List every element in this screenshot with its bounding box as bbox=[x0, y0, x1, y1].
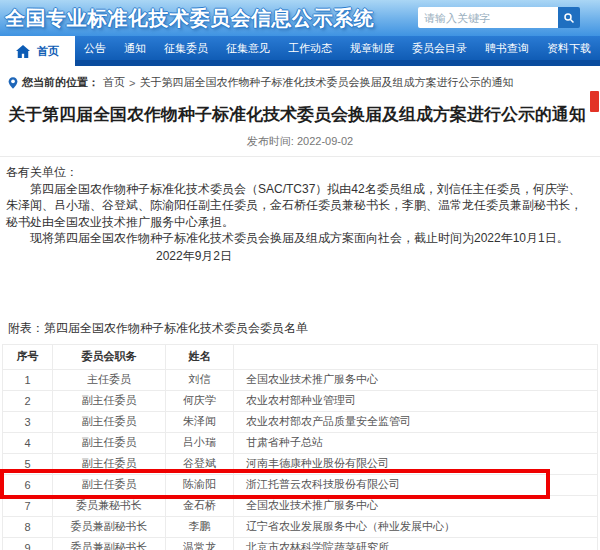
cell-org: 全国农业技术推广服务中心 bbox=[234, 495, 598, 516]
nav-item-announcements[interactable]: 公告 bbox=[75, 36, 115, 60]
site-title: 全国专业标准化技术委员会信息公示系统 bbox=[5, 5, 374, 32]
nav-item-certificate-query[interactable]: 聘书查询 bbox=[476, 36, 538, 60]
table-header-cell bbox=[234, 344, 598, 369]
cell-no: 4 bbox=[3, 432, 53, 453]
paragraph-1: 第四届全国农作物种子标准化技术委员会（SAC/TC37）拟由42名委员组成，刘信… bbox=[6, 181, 590, 231]
main-nav: 首页公告通知征集委员征集意见工作动态规章制度委员会目录聘书查询资料下载 bbox=[0, 36, 600, 66]
nav-item-notices[interactable]: 通知 bbox=[115, 36, 155, 60]
nav-item-label: 首页 bbox=[37, 39, 59, 63]
breadcrumb-label: 您当前的位置： bbox=[22, 75, 99, 90]
cell-org: 河南丰德康种业股份有限公司 bbox=[234, 453, 598, 474]
cell-no: 3 bbox=[3, 411, 53, 432]
table-row: 6副主任委员陈渝阳浙江托普云农科技股份有限公司 bbox=[3, 474, 598, 495]
cell-title: 委员兼副秘书长 bbox=[53, 537, 166, 550]
cell-org: 全国农业技术推广服务中心 bbox=[234, 369, 598, 390]
home-icon bbox=[16, 45, 30, 58]
search-button[interactable] bbox=[558, 7, 580, 28]
cell-name: 金石桥 bbox=[166, 495, 234, 516]
nav-item-label: 征集意见 bbox=[226, 36, 270, 60]
table-row: 8委员兼副秘书长李鹏辽宁省农业发展服务中心（种业发展中心） bbox=[3, 516, 598, 537]
scrollbar-thumb[interactable] bbox=[590, 91, 599, 112]
search-input[interactable] bbox=[418, 7, 558, 28]
cell-title: 主任委员 bbox=[53, 369, 166, 390]
table-row: 1主任委员刘信全国农业技术推广服务中心 bbox=[3, 369, 598, 390]
greeting-line: 各有关单位： bbox=[6, 164, 590, 181]
nav-item-work-news[interactable]: 工作动态 bbox=[279, 36, 341, 60]
cell-name: 温常龙 bbox=[166, 537, 234, 550]
cell-name: 陈渝阳 bbox=[166, 474, 234, 495]
cell-org: 辽宁省农业发展服务中心（种业发展中心） bbox=[234, 516, 598, 537]
cell-no: 2 bbox=[3, 390, 53, 411]
breadcrumb-current: 关于第四届全国农作物种子标准化技术委员会换届及组成方案进行公示的通知 bbox=[139, 75, 513, 90]
cell-no: 6 bbox=[3, 474, 53, 495]
cell-no: 7 bbox=[3, 495, 53, 516]
cell-title: 副主任委员 bbox=[53, 432, 166, 453]
nav-item-solicit-opinions[interactable]: 征集意见 bbox=[217, 36, 279, 60]
paragraph-2: 现将第四届全国农作物种子标准化技术委员会换届及组成方案面向社会，截止时间为202… bbox=[6, 230, 590, 247]
nav-item-regulations[interactable]: 规章制度 bbox=[341, 36, 403, 60]
cell-name: 李鹏 bbox=[166, 516, 234, 537]
nav-item-label: 通知 bbox=[124, 36, 146, 60]
nav-item-label: 委员会目录 bbox=[412, 36, 467, 60]
cell-name: 何庆学 bbox=[166, 390, 234, 411]
table-row: 3副主任委员朱泽闻农业农村部农产品质量安全监管司 bbox=[3, 411, 598, 432]
table-row: 9委员兼副秘书长温常龙北京市农林科学院蔬菜研究所 bbox=[3, 537, 598, 550]
cell-no: 8 bbox=[3, 516, 53, 537]
article-body: 各有关单位： 第四届全国农作物种子标准化技术委员会（SAC/TC37）拟由42名… bbox=[0, 157, 600, 337]
cell-name: 吕小瑞 bbox=[166, 432, 234, 453]
search-icon bbox=[563, 12, 575, 24]
breadcrumb-separator: > bbox=[129, 77, 135, 89]
table-header-cell: 委员会职务 bbox=[53, 344, 166, 369]
cell-org: 浙江托普云农科技股份有限公司 bbox=[234, 474, 598, 495]
nav-item-label: 征集委员 bbox=[164, 36, 208, 60]
nav-item-label: 聘书查询 bbox=[485, 36, 529, 60]
site-banner: 全国专业标准化技术委员会信息公示系统 bbox=[0, 0, 600, 36]
cell-name: 谷登斌 bbox=[166, 453, 234, 474]
cell-title: 委员兼秘书长 bbox=[53, 495, 166, 516]
cell-no: 5 bbox=[3, 453, 53, 474]
table-row: 5副主任委员谷登斌河南丰德康种业股份有限公司 bbox=[3, 453, 598, 474]
cell-title: 副主任委员 bbox=[53, 453, 166, 474]
breadcrumb: 您当前的位置： 首页 > 关于第四届全国农作物种子标准化技术委员会换届及组成方案… bbox=[0, 66, 600, 96]
cell-title: 副主任委员 bbox=[53, 474, 166, 495]
nav-item-solicit-members[interactable]: 征集委员 bbox=[155, 36, 217, 60]
table-header-row: 序号委员会职务姓名 bbox=[3, 344, 598, 369]
cell-org: 农业农村部农产品质量安全监管司 bbox=[234, 411, 598, 432]
publish-date: 2022-09-02 bbox=[297, 135, 353, 147]
publish-label: 发布时间: bbox=[247, 135, 294, 147]
cell-no: 1 bbox=[3, 369, 53, 390]
nav-item-committee-directory[interactable]: 委员会目录 bbox=[403, 36, 476, 60]
table-row: 4副主任委员吕小瑞甘肃省种子总站 bbox=[3, 432, 598, 453]
article: 关于第四届全国农作物种子标准化技术委员会换届及组成方案进行公示的通知 发布时间:… bbox=[0, 96, 600, 550]
cell-title: 委员兼副秘书长 bbox=[53, 516, 166, 537]
table-row: 7委员兼秘书长金石桥全国农业技术推广服务中心 bbox=[3, 495, 598, 516]
nav-item-label: 资料下载 bbox=[547, 36, 591, 60]
cell-name: 朱泽闻 bbox=[166, 411, 234, 432]
nav-item-home[interactable]: 首页 bbox=[0, 36, 75, 66]
nav-item-label: 规章制度 bbox=[350, 36, 394, 60]
sign-date: 2022年9月2日 bbox=[156, 248, 590, 265]
table-row: 2副主任委员何庆学农业农村部种业管理司 bbox=[3, 390, 598, 411]
page: 全国专业标准化技术委员会信息公示系统 首页公告通知征集委员征集意见工作动态规章制… bbox=[0, 0, 600, 550]
attachment-label: 附表：第四届全国农作物种子标准化技术委员会委员名单 bbox=[8, 320, 590, 337]
cell-title: 副主任委员 bbox=[53, 390, 166, 411]
table-header-cell: 姓名 bbox=[166, 344, 234, 369]
nav-item-downloads[interactable]: 资料下载 bbox=[538, 36, 600, 60]
cell-org: 农业农村部种业管理司 bbox=[234, 390, 598, 411]
publish-row: 发布时间: 2022-09-02 bbox=[0, 134, 600, 157]
breadcrumb-home-link[interactable]: 首页 bbox=[103, 75, 125, 90]
search-bar bbox=[418, 7, 580, 28]
location-pin-icon bbox=[8, 77, 18, 89]
article-title: 关于第四届全国农作物种子标准化技术委员会换届及组成方案进行公示的通知 bbox=[0, 96, 600, 128]
nav-item-label: 公告 bbox=[84, 36, 106, 60]
cell-name: 刘信 bbox=[166, 369, 234, 390]
cell-org: 北京市农林科学院蔬菜研究所 bbox=[234, 537, 598, 550]
cell-org: 甘肃省种子总站 bbox=[234, 432, 598, 453]
cell-no: 9 bbox=[3, 537, 53, 550]
committee-table: 序号委员会职务姓名 1主任委员刘信全国农业技术推广服务中心2副主任委员何庆学农业… bbox=[2, 344, 598, 550]
nav-item-label: 工作动态 bbox=[288, 36, 332, 60]
cell-title: 副主任委员 bbox=[53, 411, 166, 432]
committee-table-wrap: 序号委员会职务姓名 1主任委员刘信全国农业技术推广服务中心2副主任委员何庆学农业… bbox=[2, 344, 598, 550]
table-header-cell: 序号 bbox=[3, 344, 53, 369]
